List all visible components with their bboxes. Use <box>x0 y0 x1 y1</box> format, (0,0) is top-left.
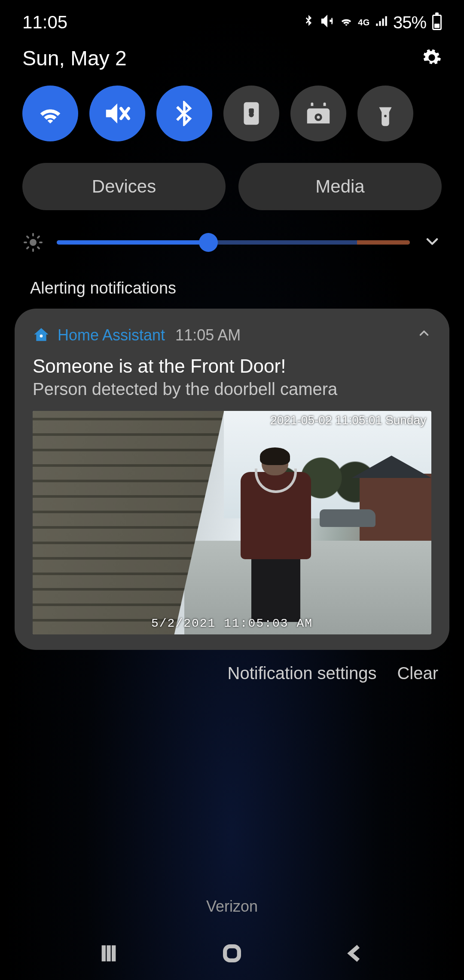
mute-vibrate-icon <box>320 12 335 33</box>
notification-camera-image: 2021-05-02 11:05:01 Sunday 5/2/2021 11:0… <box>33 411 431 634</box>
carrier-label: Verizon <box>0 897 464 916</box>
quick-settings-row <box>0 75 464 150</box>
clear-button[interactable]: Clear <box>397 664 438 683</box>
home-button[interactable] <box>220 941 244 967</box>
camera-timestamp-top: 2021-05-02 11:05:01 Sunday <box>270 413 426 427</box>
brightness-slider[interactable] <box>57 234 410 251</box>
settings-button[interactable] <box>422 48 442 69</box>
qs-wifi-toggle[interactable] <box>22 86 78 141</box>
media-label: Media <box>315 176 364 197</box>
qs-rotation-lock-toggle[interactable] <box>223 86 279 141</box>
section-title: Alerting notifications <box>0 262 464 305</box>
notification-app-name: Home Assistant <box>58 326 165 344</box>
notification-collapse-button[interactable] <box>417 326 431 344</box>
devices-panel-button[interactable]: Devices <box>22 163 226 210</box>
battery-percent: 35% <box>393 13 426 32</box>
back-button[interactable] <box>343 941 367 967</box>
camera-timestamp-bottom: 5/2/2021 11:05:03 AM <box>151 617 313 630</box>
recents-button[interactable] <box>97 941 121 967</box>
signal-icon <box>374 12 389 33</box>
qs-flashlight-toggle[interactable] <box>357 86 413 141</box>
battery-icon <box>432 15 442 30</box>
svg-rect-2 <box>249 108 254 113</box>
wifi-icon <box>339 12 354 33</box>
status-time: 11:05 <box>22 12 67 33</box>
status-indicators: 4G 35% <box>301 12 442 33</box>
navigation-bar <box>0 941 464 967</box>
notification-card[interactable]: Home Assistant 11:05 AM Someone is at th… <box>15 309 449 650</box>
notification-body: Person detected by the doorbell camera <box>33 380 431 399</box>
notification-time: 11:05 AM <box>175 326 241 344</box>
qs-sound-toggle[interactable] <box>89 86 145 141</box>
svg-line-13 <box>27 247 28 248</box>
qs-bluetooth-toggle[interactable] <box>156 86 212 141</box>
svg-point-15 <box>40 334 43 337</box>
svg-point-5 <box>384 115 387 117</box>
bluetooth-icon <box>301 12 316 33</box>
network-type-label: 4G <box>358 18 370 28</box>
home-assistant-icon <box>33 327 50 344</box>
brightness-icon <box>22 232 44 253</box>
svg-rect-19 <box>225 946 239 961</box>
devices-label: Devices <box>92 176 156 197</box>
media-panel-button[interactable]: Media <box>238 163 442 210</box>
brightness-expand-button[interactable] <box>423 232 442 253</box>
date-label: Sun, May 2 <box>22 46 127 70</box>
svg-point-6 <box>30 239 37 246</box>
svg-line-14 <box>38 236 39 238</box>
notification-title: Someone is at the Front Door! <box>33 355 431 377</box>
qs-smart-home-toggle[interactable] <box>290 86 346 141</box>
svg-line-12 <box>38 247 39 248</box>
notification-settings-button[interactable]: Notification settings <box>228 664 377 683</box>
status-bar: 11:05 4G 35% <box>0 0 464 37</box>
svg-line-11 <box>27 236 28 238</box>
svg-point-4 <box>317 116 320 119</box>
